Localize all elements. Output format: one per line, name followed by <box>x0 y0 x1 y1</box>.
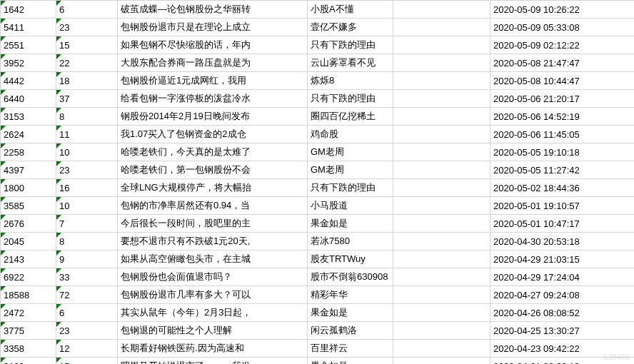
cell-d[interactable]: 只有下跌的理由 <box>308 90 393 108</box>
cell-b[interactable]: 23 <box>56 161 118 179</box>
cell-e[interactable] <box>393 19 490 36</box>
cell-f[interactable]: 2020-05-08 10:44:47 <box>490 72 635 90</box>
cell-f[interactable]: 2020-04-27 09:24:08 <box>490 286 635 304</box>
cell-d[interactable]: 云山雾罩看不见 <box>308 54 393 72</box>
cell-c[interactable]: 哈喽老铁们，第一包钢股份不会 <box>118 161 308 179</box>
cell-e[interactable] <box>393 126 490 143</box>
cell-f[interactable]: 2020-04-29 17:24:04 <box>490 268 635 286</box>
cell-f[interactable]: 2020-05-09 10:26:22 <box>490 1 635 19</box>
cell-b[interactable]: 7 <box>56 215 118 233</box>
table-row[interactable]: 31538钢股份2014年2月19日晚间发布圈四百亿挖稀土2020-05-06 … <box>1 108 635 126</box>
cell-e[interactable] <box>393 90 490 108</box>
cell-b[interactable]: 9 <box>56 251 118 268</box>
cell-b[interactable]: 23 <box>56 322 118 340</box>
cell-e[interactable] <box>393 36 490 54</box>
table-row[interactable]: 541123包钢股份退市只是在理论上成立壹亿不嫌多2020-05-09 05:3… <box>1 19 635 36</box>
cell-e[interactable] <box>393 215 490 233</box>
cell-a[interactable]: 4442 <box>1 72 56 90</box>
table-row[interactable]: 1858872包钢股份退市几率有多大？可以精彩年华2020-04-27 09:2… <box>1 286 635 304</box>
cell-a[interactable]: 4397 <box>1 161 56 179</box>
cell-d[interactable]: 股市不倒翁630908 <box>308 268 393 286</box>
table-row[interactable]: 439723哈喽老铁们，第一包钢股份不会GM老周2020-05-05 11:27… <box>1 161 635 179</box>
cell-f[interactable]: 2020-04-26 08:08:52 <box>490 304 635 322</box>
table-row[interactable]: 395222大股东配合券商一路压盘就是为云山雾罩看不见2020-05-08 21… <box>1 54 635 72</box>
cell-e[interactable] <box>393 286 490 304</box>
cell-a[interactable]: 2624 <box>1 126 56 143</box>
cell-b[interactable]: 37 <box>56 90 118 108</box>
cell-c[interactable]: 如果包钢不尽快缩股的话，年内 <box>118 36 308 54</box>
cell-d[interactable]: 果金如是 <box>308 304 393 322</box>
cell-f[interactable]: 2020-05-05 19:10:18 <box>490 143 635 161</box>
cell-e[interactable] <box>393 304 490 322</box>
cell-d[interactable]: 股友TRTWuy <box>308 251 393 268</box>
table-row[interactable]: 180016全球LNG大规模停产，将大幅抬只有下跌的理由2020-05-02 1… <box>1 179 635 197</box>
table-row[interactable]: 26767今后很长一段时间，股吧里的主果金如是2020-05-01 10:47:… <box>1 215 635 233</box>
cell-e[interactable] <box>393 143 490 161</box>
cell-a[interactable]: 2109 <box>1 358 56 365</box>
cell-a[interactable]: 2676 <box>1 215 56 233</box>
table-row[interactable]: 444218包钢股价逼近1元成网红，我用炼烁82020-05-08 10:44:… <box>1 72 635 90</box>
cell-c[interactable]: 吧里又开始说退市了。。。我发 <box>118 358 308 365</box>
cell-d[interactable]: 炼烁8 <box>308 72 393 90</box>
cell-c[interactable]: 包钢退的可能性之个人理解 <box>118 322 308 340</box>
cell-f[interactable]: 2020-04-29 21:03:15 <box>490 251 635 268</box>
table-row[interactable]: 644037给看包钢一字涨停板的泼盆冷水只有下跌的理由2020-05-06 21… <box>1 90 635 108</box>
cell-e[interactable] <box>393 1 490 19</box>
cell-c[interactable]: 长期看好钢铁医药.因为高速和 <box>118 340 308 358</box>
table-row[interactable]: 225810哈喽老铁们，今天真的是太难了GM老周2020-05-05 19:10… <box>1 143 635 161</box>
cell-f[interactable]: 2020-05-06 14:52:19 <box>490 108 635 126</box>
table-row[interactable]: 21439如果从高空俯瞰包头市，在主城股友TRTWuy2020-04-29 21… <box>1 251 635 268</box>
cell-f[interactable]: 2020-05-02 18:44:36 <box>490 179 635 197</box>
cell-a[interactable]: 2472 <box>1 304 56 322</box>
cell-c[interactable]: 要想不退市只有不跌破1元20天, <box>118 233 308 251</box>
cell-a[interactable]: 3153 <box>1 108 56 126</box>
cell-a[interactable]: 6440 <box>1 90 56 108</box>
cell-b[interactable]: 22 <box>56 54 118 72</box>
cell-f[interactable]: 2020-05-05 11:27:42 <box>490 161 635 179</box>
cell-d[interactable]: GM老周 <box>308 143 393 161</box>
cell-d[interactable]: 精彩年华 <box>308 286 393 304</box>
cell-e[interactable] <box>393 197 490 215</box>
cell-b[interactable]: 12 <box>56 340 118 358</box>
cell-e[interactable] <box>393 233 490 251</box>
cell-a[interactable]: 2551 <box>1 36 56 54</box>
spreadsheet-table[interactable]: 16426破茧成蝶—论包钢股份之华丽转小股A不懂2020-05-09 10:26… <box>0 0 634 364</box>
cell-e[interactable] <box>393 179 490 197</box>
cell-d[interactable]: 若冰7580 <box>308 233 393 251</box>
cell-f[interactable]: 2020-05-06 11:45:05 <box>490 126 635 143</box>
cell-a[interactable]: 3775 <box>1 322 56 340</box>
cell-a[interactable]: 18588 <box>1 286 56 304</box>
cell-c[interactable]: 给看包钢一字涨停板的泼盆冷水 <box>118 90 308 108</box>
cell-e[interactable] <box>393 340 490 358</box>
cell-f[interactable]: 2020-05-09 02:12:22 <box>490 36 635 54</box>
cell-a[interactable]: 5411 <box>1 19 56 36</box>
cell-a[interactable]: 6922 <box>1 268 56 286</box>
cell-a[interactable]: 1642 <box>1 1 56 19</box>
cell-a[interactable]: 2045 <box>1 233 56 251</box>
table-row[interactable]: 377523包钢退的可能性之个人理解闲云孤鹤洛2020-04-25 13:30:… <box>1 322 635 340</box>
cell-b[interactable]: 11 <box>56 126 118 143</box>
cell-b[interactable]: 33 <box>56 268 118 286</box>
cell-e[interactable] <box>393 54 490 72</box>
cell-a[interactable]: 3585 <box>1 197 56 215</box>
cell-e[interactable] <box>393 251 490 268</box>
cell-d[interactable]: 只有下跌的理由 <box>308 36 393 54</box>
cell-f[interactable]: 2020-05-06 21:20:17 <box>490 90 635 108</box>
cell-e[interactable] <box>393 322 490 340</box>
cell-a[interactable]: 2143 <box>1 251 56 268</box>
cell-e[interactable] <box>393 108 490 126</box>
table-row[interactable]: 255115如果包钢不尽快缩股的话，年内只有下跌的理由2020-05-09 02… <box>1 36 635 54</box>
cell-d[interactable]: 闲云孤鹤洛 <box>308 322 393 340</box>
cell-b[interactable]: 8 <box>56 233 118 251</box>
cell-f[interactable]: 2020-05-01 10:47:17 <box>490 215 635 233</box>
table-row[interactable]: 20458要想不退市只有不跌破1元20天,若冰75802020-04-30 20… <box>1 233 635 251</box>
cell-b[interactable]: 18 <box>56 72 118 90</box>
cell-b[interactable]: 6 <box>56 1 118 19</box>
cell-d[interactable]: 壹亿不嫌多 <box>308 19 393 36</box>
cell-c[interactable]: 钢股份2014年2月19日晚间发布 <box>118 108 308 126</box>
cell-d[interactable]: 果金如是 <box>308 358 393 365</box>
cell-d[interactable]: GM老周 <box>308 161 393 179</box>
table-row[interactable]: 262411我1.07买入了包钢资金的2成仓鸡命股2020-05-06 11:4… <box>1 126 635 143</box>
cell-d[interactable]: 小马股道 <box>308 197 393 215</box>
cell-c[interactable]: 包钢股份退市几率有多大？可以 <box>118 286 308 304</box>
